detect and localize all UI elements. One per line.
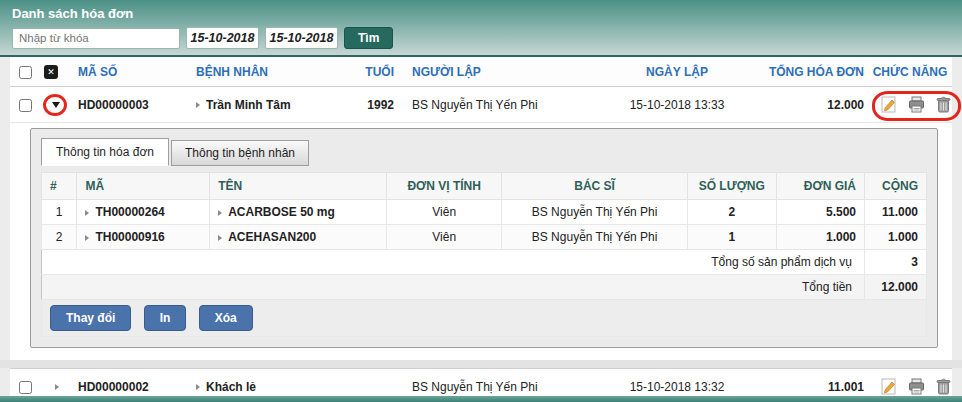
bottom-teal-bar xyxy=(0,396,962,402)
item-quantity: 1 xyxy=(688,225,777,250)
row-marker-icon xyxy=(85,235,89,241)
edit-icon[interactable] xyxy=(881,96,898,113)
item-name: ACARBOSE 50 mg xyxy=(228,205,335,219)
invoice-table-header: ✕ MÃ SỐ BỆNH NHÂN TUỔI NGƯỜI LẬP NGÀY LẬ… xyxy=(10,57,952,87)
invoice-total: 12.000 xyxy=(760,87,868,123)
invoice-table-card: ✕ MÃ SỐ BỆNH NHÂN TUỔI NGƯỜI LẬP NGÀY LẬ… xyxy=(10,57,952,360)
date-from-field[interactable] xyxy=(186,27,259,49)
clear-selection-icon[interactable]: ✕ xyxy=(44,65,58,79)
row-marker-icon xyxy=(196,102,200,108)
col-ngay-lap: NGÀY LẬP xyxy=(594,57,760,87)
col-benh-nhan: BỆNH NHÂN xyxy=(192,57,340,87)
chevron-down-icon[interactable] xyxy=(52,102,60,108)
page-header: Danh sách hóa đơn Tìm xyxy=(0,0,962,57)
tab-invoice-info[interactable]: Thông tin hóa đơn xyxy=(41,138,169,166)
section-gap xyxy=(0,360,962,368)
items-table-header: # MÃ TÊN ĐƠN VỊ TÍNH BÁC SĨ SỐ LƯỢNG ĐƠN… xyxy=(42,173,927,200)
patient-name: Khách lẻ xyxy=(206,380,256,394)
invoice-list-page: Danh sách hóa đơn Tìm ✕ MÃ SỐ BỆNH NHÂN … xyxy=(0,0,962,402)
col-ma-so: MÃ SỐ xyxy=(74,57,192,87)
invoice-detail-area: Thông tin hóa đơn Thông tin bệnh nhân # … xyxy=(10,123,952,360)
delete-button[interactable]: Xóa xyxy=(199,305,253,331)
item-line-total: 11.000 xyxy=(865,200,927,225)
select-all-checkbox[interactable] xyxy=(19,66,32,79)
col-item-code: MÃ xyxy=(77,173,210,200)
detail-buttons-row: Thay đổi In Xóa xyxy=(42,300,927,337)
invoice-items-table: # MÃ TÊN ĐƠN VỊ TÍNH BÁC SĨ SỐ LƯỢNG ĐƠN… xyxy=(41,172,927,337)
date-to-field[interactable] xyxy=(265,27,338,49)
row-marker-icon xyxy=(218,235,222,241)
item-code: TH00000916 xyxy=(95,230,164,244)
summary-count-label: Tổng số sản phẩm dịch vụ xyxy=(42,250,865,275)
row-marker-icon xyxy=(218,210,222,216)
patient-year: 1992 xyxy=(340,87,398,123)
edit-icon[interactable] xyxy=(881,378,898,395)
invoice-code: HD00000003 xyxy=(74,87,192,123)
row-marker-icon xyxy=(85,210,89,216)
item-unit-price: 1.000 xyxy=(776,225,865,250)
summary-total-label: Tổng tiền xyxy=(42,275,865,300)
delete-icon[interactable] xyxy=(935,378,952,395)
col-doctor: BÁC SĨ xyxy=(502,173,688,200)
col-line-total: CỘNG xyxy=(865,173,927,200)
summary-total-value: 12.000 xyxy=(865,275,927,300)
search-bar: Tìm xyxy=(12,27,950,49)
creator-name: BS Nguyễn Thị Yến Phi xyxy=(398,87,594,123)
col-item-name: TÊN xyxy=(210,173,387,200)
col-index: # xyxy=(42,173,77,200)
page-title: Danh sách hóa đơn xyxy=(12,6,950,21)
detail-tabs: Thông tin hóa đơn Thông tin bệnh nhân xyxy=(41,138,927,166)
search-button[interactable]: Tìm xyxy=(344,27,393,49)
expand-toggle[interactable] xyxy=(44,95,68,115)
tab-patient-info[interactable]: Thông tin bệnh nhân xyxy=(171,140,309,166)
delete-icon[interactable] xyxy=(935,96,952,113)
item-row-1[interactable]: 1 TH00000264 ACARBOSE 50 mg Viên BS Nguy… xyxy=(42,200,927,225)
summary-row-total: Tổng tiền 12.000 xyxy=(42,275,927,300)
item-doctor: BS Nguyễn Thị Yến Phi xyxy=(502,225,688,250)
item-unit-price: 5.500 xyxy=(776,200,865,225)
search-input[interactable] xyxy=(12,28,180,49)
summary-count-value: 3 xyxy=(865,250,927,275)
row-marker-icon xyxy=(55,384,59,390)
row-checkbox[interactable] xyxy=(19,99,32,112)
item-code: TH00000264 xyxy=(95,205,164,219)
item-name: ACEHASAN200 xyxy=(228,230,316,244)
item-quantity: 2 xyxy=(688,200,777,225)
item-index: 1 xyxy=(42,200,77,225)
summary-row-count: Tổng số sản phẩm dịch vụ 3 xyxy=(42,250,927,275)
row-checkbox[interactable] xyxy=(19,381,32,394)
col-unit-price: ĐƠN GIÁ xyxy=(776,173,865,200)
item-unit: Viên xyxy=(387,225,502,250)
print-icon[interactable] xyxy=(908,378,925,395)
col-quantity: SỐ LƯỢNG xyxy=(688,173,777,200)
item-index: 2 xyxy=(42,225,77,250)
row-actions xyxy=(872,93,961,116)
print-button[interactable]: In xyxy=(144,305,187,331)
col-chuc-nang: CHỨC NĂNG xyxy=(868,57,952,87)
change-button[interactable]: Thay đổi xyxy=(50,305,131,331)
print-icon[interactable] xyxy=(908,96,925,113)
item-doctor: BS Nguyễn Thị Yến Phi xyxy=(502,200,688,225)
row-marker-icon xyxy=(196,384,200,390)
col-unit: ĐƠN VỊ TÍNH xyxy=(387,173,502,200)
invoice-detail-panel: Thông tin hóa đơn Thông tin bệnh nhân # … xyxy=(30,128,938,348)
col-tong-hoa-don: TỔNG HÓA ĐƠN xyxy=(760,57,868,87)
item-line-total: 1.000 xyxy=(865,225,927,250)
item-row-2[interactable]: 2 TH00000916 ACEHASAN200 Viên BS Nguyễn … xyxy=(42,225,927,250)
row-actions xyxy=(872,375,961,398)
item-unit: Viên xyxy=(387,200,502,225)
col-nguoi-lap: NGƯỜI LẬP xyxy=(398,57,594,87)
created-date: 15-10-2018 13:33 xyxy=(594,87,760,123)
patient-name: Trần Minh Tâm xyxy=(206,98,291,112)
invoice-table: ✕ MÃ SỐ BỆNH NHÂN TUỔI NGƯỜI LẬP NGÀY LẬ… xyxy=(10,57,952,123)
col-tuoi: TUỔI xyxy=(340,57,398,87)
invoice-row-1[interactable]: HD00000003 Trần Minh Tâm 1992 BS Nguyễn … xyxy=(10,87,952,123)
